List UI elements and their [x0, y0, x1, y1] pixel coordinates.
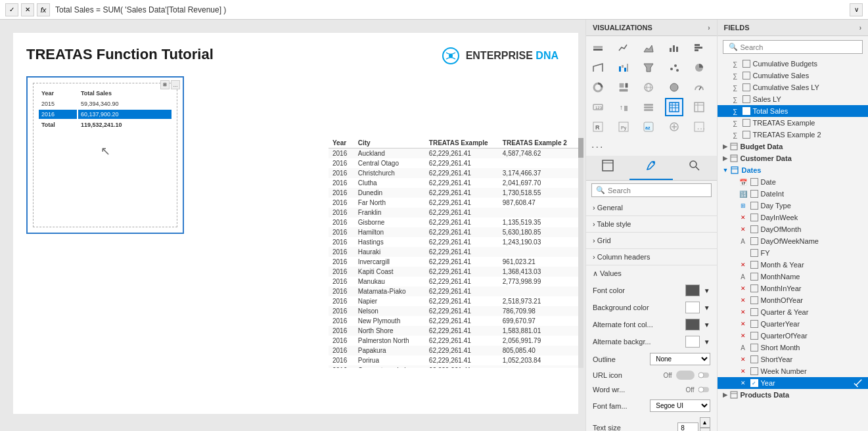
- alt-font-color-swatch[interactable]: [685, 319, 700, 330]
- field-checkbox-dayinweek[interactable]: [750, 214, 758, 221]
- section-column-headers-header[interactable]: › Column headers: [586, 249, 717, 265]
- more-visuals-icon[interactable]: …: [690, 118, 708, 136]
- group-customer-data[interactable]: ▶ Customer Data: [718, 152, 868, 164]
- field-checkbox-dayofmonth[interactable]: [750, 225, 758, 233]
- text-size-down-btn[interactable]: ▼: [700, 428, 710, 431]
- field-fy[interactable]: FY: [718, 247, 868, 259]
- thumb-icon-1[interactable]: ⊞: [160, 80, 170, 89]
- format-format-tab[interactable]: [629, 156, 673, 180]
- field-checkbox-weeknumber[interactable]: [750, 367, 758, 375]
- field-quarteryear2[interactable]: ✕ QuarterYear: [718, 318, 868, 330]
- format-search[interactable]: 🔍: [591, 183, 712, 197]
- field-checkbox-date[interactable]: [750, 178, 758, 186]
- field-checkbox-monthname[interactable]: [750, 273, 758, 281]
- field-checkbox-treatas2[interactable]: [742, 131, 750, 139]
- fx-btn[interactable]: fx: [37, 3, 50, 16]
- bg-color-dropdown-arrow[interactable]: ▼: [704, 304, 710, 311]
- column-chart-icon[interactable]: [665, 39, 683, 57]
- field-checkbox-monthofyear[interactable]: [750, 296, 758, 304]
- field-quarter-year[interactable]: ✕ Quarter & Year: [718, 306, 868, 318]
- funnel-icon[interactable]: [639, 58, 658, 77]
- field-checkbox-monthyear[interactable]: [750, 261, 758, 269]
- map-icon[interactable]: [639, 78, 658, 97]
- visual-thumbnail[interactable]: ⊞ … Year Total Sales 201559,3: [26, 76, 184, 234]
- section-general-header[interactable]: › General: [586, 200, 717, 216]
- scrollbar-track[interactable]: [578, 138, 583, 368]
- scatter-icon[interactable]: [665, 58, 683, 77]
- slicer-icon[interactable]: [639, 98, 658, 116]
- field-checkbox-quarterofyear[interactable]: [750, 332, 758, 340]
- field-day-type[interactable]: ⊞ Day Type: [718, 200, 868, 212]
- field-checkbox-shortmonth[interactable]: [750, 344, 758, 352]
- word-wrap-toggle-graphic[interactable]: [698, 385, 710, 394]
- fields-search-input[interactable]: [741, 43, 857, 51]
- formula-input[interactable]: [55, 5, 844, 14]
- field-monthofyear[interactable]: ✕ MonthOfYear: [718, 294, 868, 306]
- text-size-input[interactable]: [677, 422, 698, 432]
- card-icon[interactable]: 123: [589, 98, 607, 116]
- field-week-number[interactable]: ✕ Week Number: [718, 365, 868, 377]
- font-color-dropdown-arrow[interactable]: ▼: [704, 287, 710, 294]
- background-color-swatch[interactable]: [685, 302, 700, 313]
- section-values-header[interactable]: ∧ Values: [586, 265, 717, 282]
- field-treatas-example[interactable]: ∑ TREATAS Example: [718, 117, 868, 129]
- field-cumulative-budgets[interactable]: ∑ Cumulative Budgets: [718, 58, 868, 70]
- field-dayofweekname[interactable]: A DayOfWeekName: [718, 235, 868, 247]
- field-checkbox-cumulative-sales[interactable]: [742, 72, 750, 79]
- field-checkbox-monthinyear[interactable]: [750, 284, 758, 292]
- field-monthname[interactable]: A MonthName: [718, 271, 868, 283]
- stacked-bar-icon[interactable]: [589, 39, 607, 57]
- url-icon-toggle[interactable]: [676, 371, 695, 380]
- formula-expand-btn[interactable]: ∨: [850, 3, 863, 16]
- font-family-dropdown[interactable]: Segoe UIArialCalibri: [650, 399, 710, 412]
- field-quarterofyear[interactable]: ✕ QuarterOfYear: [718, 330, 868, 342]
- thumb-icon-2[interactable]: …: [171, 80, 180, 89]
- group-products-data[interactable]: ▶ Products Data: [718, 389, 868, 401]
- r-visual-icon[interactable]: R: [589, 118, 607, 136]
- field-shortyear[interactable]: ✕ ShortYear: [718, 353, 868, 365]
- field-cumulative-sales[interactable]: ∑ Cumulative Sales: [718, 70, 868, 81]
- area-chart-icon[interactable]: [639, 39, 658, 57]
- field-checkbox-shortyear[interactable]: [750, 355, 758, 363]
- field-date[interactable]: 📅 Date: [718, 176, 868, 188]
- field-checkbox-cumulative-budgets[interactable]: [742, 60, 750, 68]
- gauge-icon[interactable]: [690, 78, 708, 97]
- field-treatas-example2[interactable]: ∑ TREATAS Example 2: [718, 129, 868, 141]
- field-checkbox-quarteryear2[interactable]: [750, 320, 758, 328]
- field-dateint[interactable]: 🔢 DateInt: [718, 188, 868, 200]
- viz-panel-chevron[interactable]: ›: [708, 24, 710, 32]
- field-month-year[interactable]: ✕ Month & Year: [718, 259, 868, 271]
- ribbon-icon[interactable]: [589, 58, 607, 77]
- year-expand-icon[interactable]: [854, 378, 864, 388]
- analytics-format-tab[interactable]: [673, 156, 716, 180]
- url-icon-toggle-graphic[interactable]: [698, 371, 710, 380]
- alt-bg-color-swatch[interactable]: [685, 336, 700, 348]
- donut-icon[interactable]: [589, 78, 607, 97]
- confirm-btn[interactable]: ✓: [5, 3, 18, 16]
- field-dayinweek[interactable]: ✕ DayInWeek: [718, 212, 868, 223]
- group-dates[interactable]: ▼ Dates: [718, 164, 868, 176]
- treemap-icon[interactable]: [614, 78, 633, 97]
- fields-panel-chevron[interactable]: ›: [859, 24, 861, 32]
- alt-font-dropdown-arrow[interactable]: ▼: [704, 321, 710, 329]
- group-budget-data[interactable]: ▶ Budget Data: [718, 141, 868, 152]
- az-visual-icon[interactable]: az: [639, 118, 658, 136]
- outline-dropdown[interactable]: NoneTopBottomAll: [650, 353, 710, 365]
- filled-map-icon[interactable]: [665, 78, 683, 97]
- field-cumulative-sales-ly[interactable]: ∑ Cumulative Sales LY: [718, 81, 868, 93]
- text-size-up-btn[interactable]: ▲: [700, 417, 710, 428]
- alt-bg-dropdown-arrow[interactable]: ▼: [704, 338, 710, 346]
- field-checkbox-treatas[interactable]: [742, 119, 750, 127]
- field-checkbox-total-sales[interactable]: ✓: [742, 107, 750, 115]
- python-visual-icon[interactable]: Py: [614, 118, 633, 136]
- scrollbar-thumb[interactable]: [578, 138, 583, 158]
- fields-format-tab[interactable]: [586, 156, 629, 180]
- kpi-icon[interactable]: ↑: [614, 98, 633, 116]
- field-checkbox-fy[interactable]: [750, 249, 758, 257]
- field-dayofmonth[interactable]: ✕ DayOfMonth: [718, 223, 868, 235]
- table-icon[interactable]: [665, 98, 683, 116]
- section-grid-header[interactable]: › Grid: [586, 233, 717, 248]
- field-checkbox-daytype[interactable]: [750, 202, 758, 210]
- field-total-sales[interactable]: ∑ ✓ Total Sales: [718, 105, 868, 117]
- matrix-icon[interactable]: [690, 98, 708, 116]
